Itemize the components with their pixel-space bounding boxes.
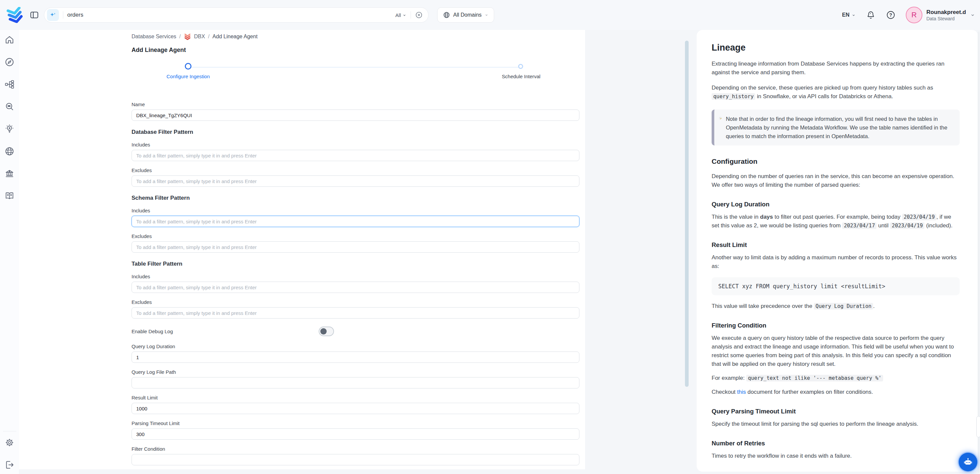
insights-bulb-icon[interactable] [4,124,15,134]
divider [63,11,63,19]
page-scrollbar-track[interactable] [978,32,980,472]
svg-text:?: ? [889,12,892,17]
collate-logo-icon[interactable] [6,7,24,23]
help-circle-icon[interactable]: ? [886,10,896,20]
query-log-file-path-label: Query Log File Path [132,369,579,375]
database-filter-heading: Database Filter Pattern [132,129,579,135]
query-log-duration-input[interactable] [132,352,579,363]
docs-paragraph: Depending on the service, these queries … [712,84,960,101]
docs-panel: Lineage Extracting lineage information f… [697,30,978,472]
configuration-heading: Configuration [712,157,960,165]
number-of-retries-heading: Number of Retries [712,440,960,447]
docs-paragraph: Depending on the number of queries ran i… [712,172,960,189]
divider [410,11,411,19]
search-scope-dropdown[interactable]: All [395,12,407,18]
chevron-down-icon [485,13,488,17]
database-includes-input[interactable] [132,150,579,161]
top-header: orders All All Domains EN ? R [0,0,980,30]
breadcrumb-database-services[interactable]: Database Services [132,33,176,40]
explore-compass-icon[interactable] [4,57,15,67]
step-configure-ingestion-circle[interactable] [185,63,191,70]
chevron-down-icon [970,12,975,17]
parsing-timeout-limit-input[interactable] [132,428,579,440]
docs-paragraph: We execute a query on query history tabl… [712,334,960,369]
language-dropdown[interactable]: EN [842,12,856,18]
lineage-graph-icon[interactable] [4,79,15,89]
doc-link[interactable]: this [737,389,746,395]
query-log-duration-heading: Query Log Duration [712,201,960,208]
filter-condition-input[interactable] [132,454,579,465]
query-parsing-timeout-heading: Query Parsing Timeout Limit [712,408,960,415]
page-title: Add Lineage Agent [132,46,579,54]
home-icon[interactable] [4,35,15,45]
database-excludes-input[interactable] [132,175,579,187]
ai-sparkle-icon [47,9,59,21]
ingestion-form-panel: Database Services / DBX / Add Lineage Ag… [19,30,585,469]
circle-x-icon[interactable] [415,11,423,19]
enable-debug-log-label: Enable Debug Log [132,326,579,337]
globe-icon [443,11,450,19]
table-includes-input[interactable] [132,282,579,293]
stepper-line [189,67,521,68]
settings-gear-icon[interactable] [4,437,15,448]
docs-paragraph: This value will take precedence over the… [712,302,960,310]
sql-code-block: SELECT xyz FROM query_history limit <res… [712,277,960,295]
schema-includes-input[interactable] [132,216,579,227]
docs-paragraph: Times to retry the workflow in case it e… [712,452,960,460]
panel-toggle-icon[interactable] [29,10,39,20]
toggle-knob [320,328,327,334]
left-sidebar [0,30,19,474]
table-filter-heading: Table Filter Pattern [132,261,579,267]
chat-bot-button[interactable] [959,453,977,471]
table-includes-label: Includes [132,274,579,279]
name-label: Name [132,102,579,107]
result-limit-heading: Result Limit [712,241,960,249]
enable-debug-log-row: Enable Debug Log [132,326,579,337]
user-menu[interactable]: R Rounakpreet.d Data Steward [906,7,975,23]
search-scope-label: All [395,12,401,18]
query-log-duration-label: Query Log Duration [132,344,579,349]
global-search-bar[interactable]: orders All [44,7,429,23]
step-schedule-interval-label: Schedule Interval [502,73,541,79]
name-input[interactable] [132,110,579,121]
breadcrumb-service[interactable]: DBX [194,33,205,40]
dbx-service-icon [184,33,191,40]
database-includes-label: Includes [132,142,579,148]
memo-pencil-icon [719,115,722,122]
enable-debug-log-toggle[interactable] [319,326,334,336]
query-log-file-path-input[interactable] [132,377,579,388]
glossary-book-icon[interactable] [4,191,15,201]
chat-bot-icon [963,457,974,468]
chevron-down-icon [402,13,407,17]
table-excludes-input[interactable] [132,307,579,318]
panel-scrollbar[interactable] [685,41,689,387]
filtering-condition-heading: Filtering Condition [712,322,960,329]
docs-paragraph: This is the value in days to filter out … [712,213,960,230]
governance-bank-icon[interactable] [4,169,15,179]
all-domains-button[interactable]: All Domains [437,7,494,23]
note-box: Note that in order to find the lineage i… [712,110,960,145]
step-configure-ingestion-label: Configure Ingestion [167,73,210,79]
schema-includes-label: Includes [132,208,579,213]
step-schedule-interval-circle[interactable] [518,64,523,69]
schema-excludes-label: Excludes [132,233,579,239]
schema-excludes-input[interactable] [132,241,579,253]
logout-icon[interactable] [4,460,15,470]
notification-bell-icon[interactable] [866,10,876,20]
database-excludes-label: Excludes [132,167,579,173]
breadcrumb-current: Add Lineage Agent [212,33,258,40]
language-label: EN [842,12,850,18]
observability-search-icon[interactable] [4,102,15,112]
user-role: Data Steward [926,16,966,21]
chevron-down-icon [851,13,856,17]
page-scrollbar-thumb[interactable] [976,416,980,437]
filter-condition-label: Filter Condition [132,446,579,452]
domains-globe-icon[interactable] [4,146,15,156]
all-domains-label: All Domains [453,12,482,18]
result-limit-input[interactable] [132,403,579,414]
docs-paragraph: For example: query_text not ilike '--- m… [712,374,960,382]
breadcrumb: Database Services / DBX / Add Lineage Ag… [132,33,579,40]
docs-title: Lineage [712,43,960,53]
divider [3,431,16,431]
search-input[interactable]: orders [67,12,395,18]
